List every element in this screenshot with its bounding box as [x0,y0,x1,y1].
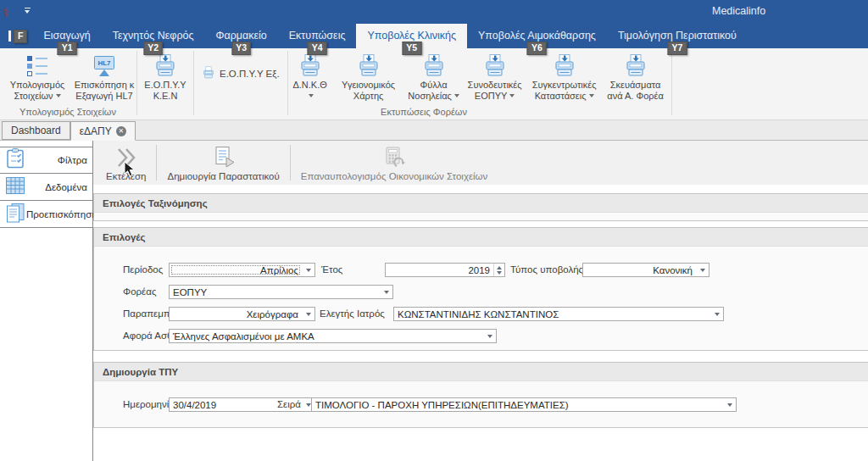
ribbon-separator [193,51,194,115]
tab-farmakeio[interactable]: Φαρμακείο Y3 [204,24,277,48]
options-group: Επιλογές Περίοδος Απρίλιος Έτος 2019 [93,227,868,351]
button-label: Δ.Ν.Κ.Θ [292,80,326,90]
afora-astheneis-combobox[interactable]: Έλληνες Ασφαλισμένοι με ΑΜΚΑ [169,329,497,343]
tab-timologisi-peristatikou[interactable]: Τιμολόγηση Περιστατικού Y7 [607,24,748,48]
sidebar: Φίλτρα Δεδομένα Προεπισκόπηση [0,141,93,461]
etos-label: Έτος [321,263,342,277]
create-document-button[interactable]: Δημιουργία Παραστατικού [159,141,287,185]
spinner-arrows-icon[interactable] [493,264,504,276]
chevron-down-icon[interactable] [710,308,723,320]
eopyy-ken-button[interactable]: Ε.Ο.Π.Υ.Υ Κ.Ε.Ν [138,51,192,119]
toolbar-separator [156,145,157,181]
sidebar-item-label: Δεδομένα [26,182,87,192]
section-title-sort: Επιλογές Ταξινόμησης [94,194,868,213]
tab-label: Τεχνητός Νεφρός [113,30,194,42]
keytip-y3: Y3 [231,42,251,55]
list-icon [25,53,50,80]
foreas-label: Φορέας [123,285,156,299]
tab-label: Εισαγωγή [43,30,90,42]
ribbon-separator [136,51,137,115]
clipboard-check-icon [4,147,26,173]
doc-tab-label: Dashboard [11,125,61,136]
typos-ypovolis-combobox[interactable]: Κανονική [582,263,709,277]
elegtis-iatros-label: Ελεγτής Ιατρός [320,307,385,321]
ribbon-tab-row: F Εισαγωγή Y1 Τεχνητός Νεφρός Y2 Φαρμακε… [0,24,868,48]
document-tab-strip: Dashboard εΔΑΠΥ ✕ [0,120,868,141]
foreas-combobox[interactable]: ΕΟΠΥΥ [169,285,393,299]
sidebar-item-proepiskopisi[interactable]: Προεπισκόπηση [0,201,92,228]
tab-label: Υποβολές Κλινικής [367,30,456,42]
printer-icon [422,53,446,80]
toolbar-separator [290,145,291,181]
button-label: Χάρτης [353,91,384,101]
seira-value: ΤΙΜΟΛΟΓΙΟ - ΠΑΡΟΧΗ ΥΠΗΡΕΣΙΩΝ(ΕΠΙΤΗΔΕΥΜΑΤ… [312,400,723,410]
hl7-monitor-icon: HL7 [92,53,117,80]
eopyy-ex-button[interactable]: Ε.Ο.Π.Υ.Υ Εξ. [195,63,287,85]
tpy-creation-group: Δημιουργία ΤΠΥ Ημερομηνία 30/4/2019 Σειρ… [93,362,868,428]
quick-access-toolbar-dropdown-icon[interactable] [25,8,31,16]
etos-spinner[interactable]: 2019 [385,263,505,277]
printer-icon [357,53,381,80]
afora-astheneis-value: Έλληνες Ασφαλισμένοι με ΑΜΚΑ [170,331,483,342]
sygkentrotikes-katastaseis-button[interactable]: Συγκεντρωτικές Καταστάσεις [528,51,601,119]
ribbon-group-label-ektyposeis-foreon: Εκτυπώσεις Φορέων [322,107,526,117]
sidebar-item-filtra[interactable]: Φίλτρα [0,147,92,174]
elegtis-iatros-combobox[interactable]: ΚΩΝΣΤΑΝΤΙΝΙΔΗΣ ΚΩΝΣΤΑΝΤΙΝΟΣ [393,307,724,321]
elegtis-iatros-value: ΚΩΝΣΤΑΝΤΙΝΙΔΗΣ ΚΩΝΣΤΑΝΤΙΝΟΣ [394,309,710,319]
chevron-down-icon[interactable] [696,264,709,276]
recalculate-financials-button[interactable]: Επαναυπολογισμός Οικονομικών Στοιχείων [292,141,497,185]
tab-ypovoles-aimokatharsis[interactable]: Υποβολές Αιμοκάθαρσης Y6 [467,24,607,48]
button-label: Συγκεντρωτικές [532,80,597,90]
app-title: Medicalinfo [712,5,765,17]
button-label: Εξαγωγή HL7 [75,91,132,101]
calculator-refresh-icon [381,145,407,170]
doc-tab-edapy[interactable]: εΔΑΠΥ ✕ [70,121,136,141]
tab-label: Φαρμακείο [215,30,266,42]
periodos-combobox[interactable]: Απρίλιος [169,263,315,277]
file-menu-button[interactable]: F [0,24,32,48]
sidebar-item-dedomena[interactable]: Δεδομένα [0,174,92,201]
dropdown-arrow-icon [509,94,515,100]
keytip-y7: Y7 [667,42,687,55]
tab-ypovoles-klinikis[interactable]: Υποβολές Κλινικής Y5 [356,24,467,48]
printer-icon [624,53,648,80]
printer-icon [483,53,507,80]
printer-icon [553,53,576,80]
sidebar-item-label: Προεπισκόπηση [26,209,97,219]
printer-icon [153,53,177,80]
printer-icon [202,66,215,81]
chevron-down-icon[interactable] [302,308,314,320]
keytip-y4: Y4 [308,42,327,55]
tab-label: Υποβολές Αιμοκάθαρσης [478,30,596,42]
tab-texnitos-nefros[interactable]: Τεχνητός Νεφρός Y2 [102,24,205,48]
mouse-cursor [124,161,136,181]
etos-value: 2019 [386,265,493,275]
ribbon-separator [671,51,672,115]
button-label: Υπολογισμός [10,80,65,90]
skeyasmata-button[interactable]: Σκευάσματα ανά Α. Φορέα [601,51,670,119]
tab-ektyposeis[interactable]: Εκτυπώσεις Y4 [278,24,357,48]
application-window: ⚕ Medicalinfo F Εισαγωγή Y1 Τεχνητός Νεφ… [0,0,868,461]
button-label: Σκευάσματα [610,80,661,90]
table-icon [4,175,26,200]
button-label: Επαναυπολογισμός Οικονομικών Στοιχείων [301,171,488,181]
chevron-down-icon[interactable] [723,398,736,411]
seira-combobox[interactable]: ΤΙΜΟΛΟΓΙΟ - ΠΑΡΟΧΗ ΥΠΗΡΕΣΙΩΝ(ΕΠΙΤΗΔΕΥΜΑΤ… [311,397,737,412]
button-label: ανά Α. Φορέα [607,91,664,101]
close-tab-icon[interactable]: ✕ [116,126,126,136]
title-bar: ⚕ Medicalinfo [0,0,868,24]
chevron-down-icon[interactable] [380,286,392,298]
chevron-down-icon[interactable] [483,330,496,342]
tab-eisagogi[interactable]: Εισαγωγή Y1 [32,24,101,48]
keytip-y1: Y1 [58,42,77,55]
doc-tab-dashboard[interactable]: Dashboard [2,121,70,140]
keytip-y6: Y6 [527,42,547,55]
chevron-down-icon[interactable] [302,264,314,276]
parapemptika-combobox[interactable]: Χειρόγραφα [169,307,315,321]
ribbon: Υπολογισμός Στοιχείων HL7 Επισκόπηση κ Ε… [0,48,868,120]
tab-label: Τιμολόγηση Περιστατικού [618,30,737,42]
file-menu-icon [8,31,11,42]
button-label: Υγειονομικός [342,80,395,90]
keytip-file: F [14,30,27,43]
dropdown-arrow-icon [309,94,314,100]
